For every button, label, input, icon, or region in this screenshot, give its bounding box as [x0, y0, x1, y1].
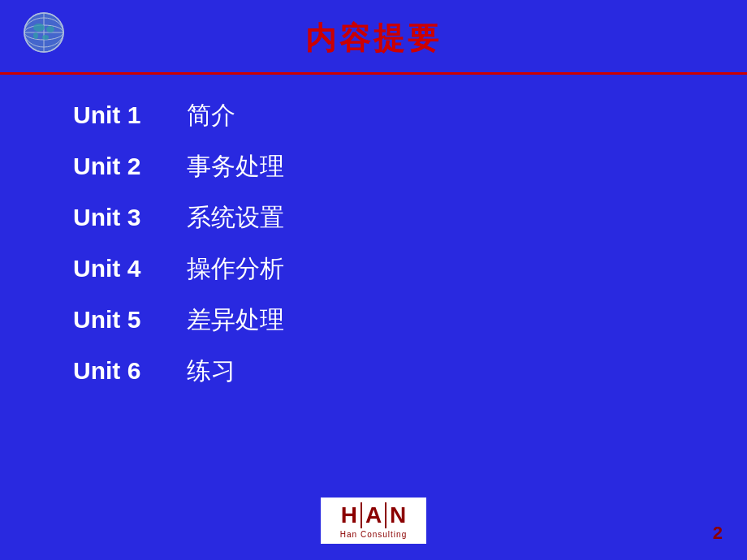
list-item: Unit 6 练习 [73, 355, 747, 388]
logo-letter-a: A [365, 504, 382, 527]
han-consulting-logo: H A N Han Consulting [321, 498, 426, 544]
page-number: 2 [713, 523, 723, 544]
logo-divider-1 [361, 502, 362, 528]
logo-letters: H A N [341, 502, 407, 528]
unit-label: Unit 4 [73, 255, 171, 282]
unit-desc: 系统设置 [187, 201, 284, 235]
unit-desc: 操作分析 [187, 252, 284, 286]
logo-subtitle: Han Consulting [340, 530, 407, 539]
list-item: Unit 4 操作分析 [73, 252, 747, 286]
list-item: Unit 5 差异处理 [73, 304, 747, 337]
list-item: Unit 2 事务处理 [73, 150, 747, 183]
unit-label: Unit 1 [73, 101, 171, 129]
logo-divider-2 [385, 502, 386, 528]
unit-desc: 练习 [187, 355, 235, 388]
unit-desc: 事务处理 [187, 150, 284, 183]
unit-label: Unit 3 [73, 204, 171, 231]
unit-desc: 差异处理 [187, 304, 284, 337]
logo-box: H A N Han Consulting [321, 498, 426, 544]
slide-title: 内容提要 [0, 18, 747, 59]
unit-label: Unit 2 [73, 153, 171, 180]
list-item: Unit 1 简介 [73, 99, 747, 132]
unit-label: Unit 6 [73, 357, 171, 385]
logo-letter-n: N [390, 504, 406, 527]
unit-desc: 简介 [187, 99, 235, 132]
content-list: Unit 1 简介 Unit 2 事务处理 Unit 3 系统设置 Unit 4… [0, 99, 747, 388]
title-area: 内容提要 [0, 0, 747, 67]
title-divider [0, 72, 747, 75]
unit-label: Unit 5 [73, 306, 171, 334]
list-item: Unit 3 系统设置 [73, 201, 747, 235]
slide: 内容提要 Unit 1 简介 Unit 2 事务处理 Unit 3 系统设置 U… [0, 0, 747, 560]
logo-letter-h: H [341, 504, 357, 527]
